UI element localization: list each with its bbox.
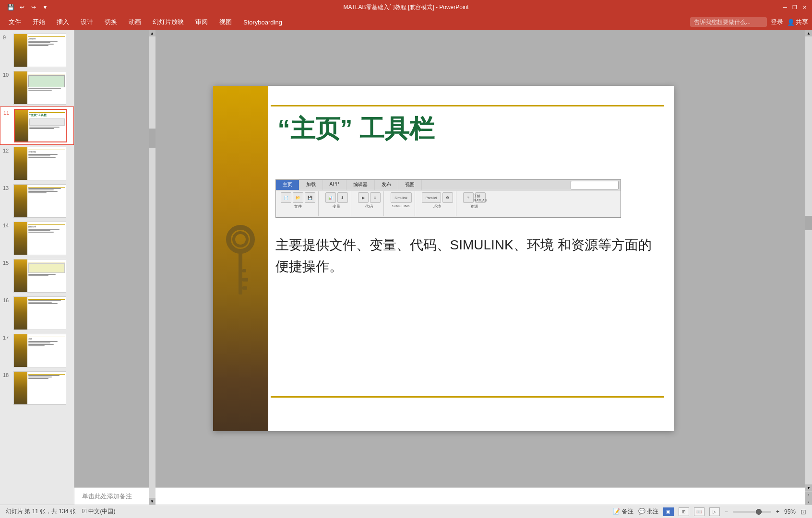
svg-rect-4 (242, 286, 247, 290)
menu-storyboarding[interactable]: Storyboarding (239, 17, 287, 28)
slide-bottom-line (271, 396, 664, 398)
toolbar-ss-import-icon: ⬇ (337, 192, 348, 203)
comments-button[interactable]: 💬 批注 (638, 507, 658, 516)
normal-view-button[interactable]: ▣ (663, 507, 674, 516)
main-area: 9 文件操作 10 (0, 30, 812, 505)
search-input[interactable] (690, 17, 767, 27)
slide-count-info: 幻灯片 第 11 张，共 134 张 (6, 507, 76, 516)
slide-title: “主页” 工具栏 (278, 112, 434, 146)
scroll-track-left (149, 36, 155, 498)
toolbar-ss-group-simulink: Simulink SIMULINK (388, 191, 415, 216)
slide-thumbnail-16[interactable]: 16 (0, 294, 74, 332)
share-button[interactable]: 👤 共享 (787, 18, 808, 26)
slide-thumbnail-18[interactable]: 18 (0, 369, 74, 407)
fit-slide-button[interactable]: ⊡ (800, 508, 806, 516)
slide-thumbnail-9[interactable]: 9 文件操作 (0, 32, 74, 69)
current-slide: “主页” 工具栏 主页 加载 APP 编辑器 发布 视图 (213, 86, 674, 431)
scroll-next-button[interactable]: ↓ (805, 498, 812, 505)
presenter-view-button[interactable]: ▷ (709, 507, 720, 516)
slide-thumb-15 (13, 259, 66, 293)
toolbar-ss-tab-publish: 发布 (375, 180, 398, 190)
slide-sorter-button[interactable]: ⊞ (679, 507, 689, 516)
menu-design[interactable]: 设计 (76, 16, 98, 28)
toolbar-ss-env-label: 环境 (433, 204, 441, 209)
notes-button[interactable]: 📝 备注 (613, 507, 633, 516)
zoom-out-button[interactable]: − (725, 508, 728, 515)
toolbar-ss-community-icon: 了解MATLAB (475, 192, 486, 203)
restore-button[interactable]: ❐ (791, 3, 799, 11)
reading-view-button[interactable]: 📖 (694, 507, 705, 516)
toolbar-ss-group-resource: ? 了解MATLAB 资源 (460, 191, 489, 216)
zoom-slider[interactable] (733, 511, 771, 513)
scroll-up-right-button[interactable]: ▲ (805, 30, 812, 36)
menu-file[interactable]: 文件 (4, 16, 26, 28)
svg-rect-2 (239, 249, 242, 294)
toolbar-ss-new-icon: 📄 (281, 192, 291, 203)
spell-check-icon: ☑ (82, 508, 87, 515)
window-controls: ─ ❐ ✕ (781, 3, 808, 11)
slide-thumbnail-13[interactable]: 13 (0, 182, 74, 220)
slide-thumbnail-11[interactable]: 11 "主页"工具栏 (0, 106, 74, 145)
toolbar-ss-tab-editor: 编辑器 (346, 180, 375, 190)
toolbar-ss-group-var: 📊 ⬇ 变量 (322, 191, 351, 216)
toolbar-ss-open-icon: 📂 (293, 192, 303, 203)
slide-thumbnail-14[interactable]: 14 操作说明 (0, 220, 74, 257)
slide-container: “主页” 工具栏 主页 加载 APP 编辑器 发布 视图 (81, 30, 805, 487)
slide-thumbnail-15[interactable]: 15 (0, 257, 74, 294)
close-button[interactable]: ✕ (800, 3, 808, 11)
slide-view-area: ▲ ▼ (74, 30, 805, 505)
slides-panel[interactable]: 9 文件操作 10 (0, 30, 74, 505)
slide-number-15: 15 (3, 260, 12, 266)
toolbar-ss-group-env: Parallel ⚙ 环境 (419, 191, 456, 216)
scroll-up-button[interactable]: ▲ (149, 30, 155, 36)
menu-view[interactable]: 视图 (215, 16, 237, 28)
toolbar-ss-simulink-label: SIMULINK (392, 204, 410, 208)
toolbar-ss-icons-simulink: Simulink (391, 192, 412, 203)
scroll-down-button[interactable]: ▼ (149, 498, 155, 505)
normal-view-icon: ▣ (666, 509, 670, 514)
scroll-track-right (805, 36, 812, 484)
scroll-thumb-left[interactable] (149, 129, 155, 148)
slide-number-13: 13 (3, 185, 12, 191)
scroll-down-right-button[interactable]: ▼ (805, 484, 812, 491)
menu-animations[interactable]: 动画 (124, 16, 146, 28)
toolbar-ss-help-icon: ? (463, 192, 474, 203)
toolbar-ss-save-icon: 💾 (305, 192, 315, 203)
scroll-thumb-right[interactable] (805, 216, 812, 230)
language-info: ☑ 中文(中国) (82, 507, 115, 516)
slide-thumbnail-10[interactable]: 10 (0, 69, 74, 106)
slide-thumb-12: 主要功能 (13, 147, 66, 180)
toolbar-ss-group-code: ▶ ≡ 代码 (355, 191, 384, 216)
customize-icon[interactable]: ▼ (40, 2, 50, 12)
zoom-in-button[interactable]: + (776, 508, 779, 515)
save-icon[interactable]: 💾 (6, 2, 15, 12)
quick-access-toolbar: 💾 ↩ ↪ ▼ (4, 2, 52, 12)
left-scrollbar[interactable]: ▲ ▼ (149, 30, 155, 505)
menu-transitions[interactable]: 切换 (100, 16, 122, 28)
slide-number-16: 16 (3, 297, 12, 303)
toolbar-ss-tab-app: APP (323, 180, 346, 190)
undo-icon[interactable]: ↩ (17, 2, 27, 12)
zoom-level[interactable]: 95% (784, 508, 796, 515)
minimize-button[interactable]: ─ (781, 3, 789, 11)
redo-icon[interactable]: ↪ (29, 2, 38, 12)
menu-slideshow[interactable]: 幻灯片放映 (148, 16, 189, 28)
notes-bar[interactable]: 单击此处添加备注 (74, 487, 805, 505)
menu-right-area: 登录 👤 共享 (690, 17, 808, 27)
slide-thumbnail-12[interactable]: 12 主要功能 (0, 145, 74, 182)
slide-thumbnail-17[interactable]: 17 总结 (0, 332, 74, 369)
slide-thumb-10 (13, 71, 66, 105)
menu-review[interactable]: 审阅 (191, 16, 213, 28)
zoom-thumb[interactable] (756, 509, 762, 515)
login-button[interactable]: 登录 (771, 18, 783, 26)
right-scrollbar[interactable]: ▲ ▼ ↑ ↓ (805, 30, 812, 505)
slide-number-9: 9 (3, 35, 12, 40)
toolbar-ss-icons-env: Parallel ⚙ (422, 192, 453, 203)
svg-rect-5 (242, 269, 246, 272)
toolbar-ss-var-label: 变量 (333, 204, 340, 209)
scroll-prev-button[interactable]: ↑ (805, 491, 812, 498)
notes-placeholder[interactable]: 单击此处添加备注 (82, 492, 132, 501)
menu-insert[interactable]: 插入 (52, 16, 74, 28)
menu-home[interactable]: 开始 (28, 16, 50, 28)
toolbar-ss-tab-home: 主页 (276, 180, 299, 190)
